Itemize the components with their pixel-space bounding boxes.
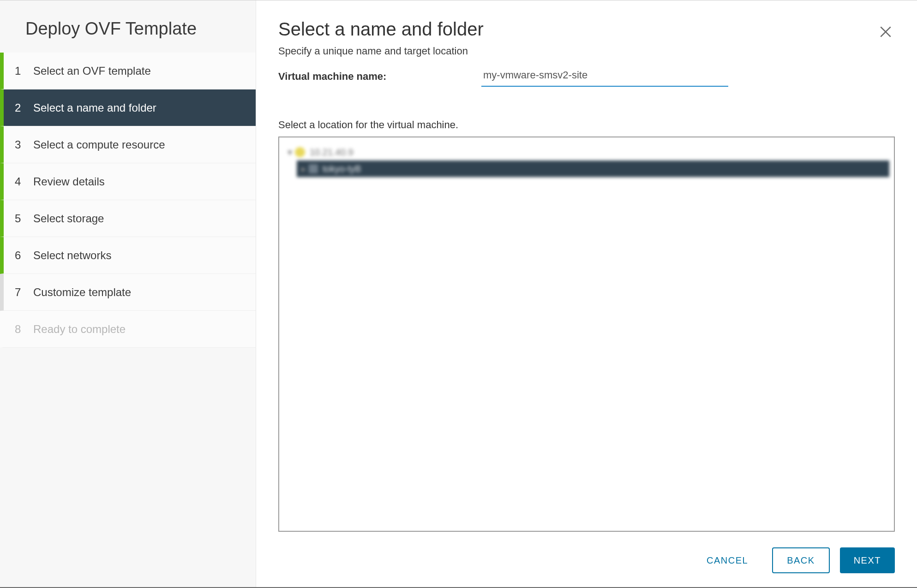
wizard-step-6[interactable]: 6 Select networks [0, 237, 256, 274]
caret-down-icon[interactable]: ▾ [287, 147, 293, 158]
wizard-step-3[interactable]: 3 Select a compute resource [0, 126, 256, 163]
back-button[interactable]: BACK [772, 547, 829, 573]
wizard-step-1[interactable]: 1 Select an OVF template [0, 53, 256, 89]
wizard-step-number: 3 [15, 138, 33, 151]
wizard-step-number: 5 [15, 212, 33, 225]
vm-name-input[interactable] [481, 66, 728, 87]
wizard-footer: CANCEL BACK NEXT [278, 532, 895, 573]
tree-child-node-selected[interactable]: ▸ tokyo-tyB [297, 160, 889, 177]
tree-node-label: tokyo-tyB [323, 164, 361, 174]
wizard-step-label: Select an OVF template [33, 65, 151, 77]
wizard-step-2[interactable]: 2 Select a name and folder [0, 89, 256, 126]
deploy-ovf-dialog: Deploy OVF Template 1 Select an OVF temp… [0, 0, 917, 588]
wizard-step-label: Select a compute resource [33, 138, 165, 151]
wizard-step-number: 2 [15, 101, 33, 114]
wizard-step-label: Select a name and folder [33, 101, 156, 114]
vm-name-label: Virtual machine name: [278, 71, 481, 83]
panel-subtitle: Specify a unique name and target locatio… [278, 45, 895, 57]
wizard-step-number: 6 [15, 249, 33, 262]
cancel-button[interactable]: CANCEL [693, 547, 762, 573]
close-icon[interactable] [878, 24, 893, 39]
wizard-step-label: Select storage [33, 212, 104, 225]
caret-right-icon[interactable]: ▸ [300, 163, 307, 174]
wizard-panel: Select a name and folder Specify a uniqu… [256, 0, 917, 587]
wizard-step-5[interactable]: 5 Select storage [0, 200, 256, 237]
wizard-step-number: 1 [15, 65, 33, 77]
vm-name-row: Virtual machine name: [278, 66, 895, 87]
wizard-sidebar: Deploy OVF Template 1 Select an OVF temp… [0, 0, 256, 587]
vcenter-icon [295, 147, 305, 157]
next-button[interactable]: NEXT [840, 547, 895, 573]
tree-root-node[interactable]: ▾ 10.21.40.9 [284, 144, 889, 160]
panel-title: Select a name and folder [278, 19, 895, 40]
wizard-step-8: 8 Ready to complete [0, 311, 256, 348]
wizard-step-4[interactable]: 4 Review details [0, 163, 256, 200]
wizard-title: Deploy OVF Template [0, 19, 256, 53]
wizard-step-label: Review details [33, 175, 105, 188]
location-tree[interactable]: ▾ 10.21.40.9 ▸ tokyo-tyB [278, 137, 895, 532]
wizard-step-label: Select networks [33, 249, 111, 262]
wizard-steps: 1 Select an OVF template 2 Select a name… [0, 53, 256, 348]
wizard-step-label: Customize template [33, 286, 131, 299]
wizard-step-number: 4 [15, 175, 33, 188]
wizard-step-number: 7 [15, 286, 33, 299]
location-label: Select a location for the virtual machin… [278, 119, 895, 131]
wizard-step-number: 8 [15, 323, 33, 336]
tree-node-label: 10.21.40.9 [310, 147, 354, 158]
wizard-step-label: Ready to complete [33, 323, 126, 336]
wizard-step-7[interactable]: 7 Customize template [0, 274, 256, 311]
datacenter-icon [309, 164, 318, 173]
